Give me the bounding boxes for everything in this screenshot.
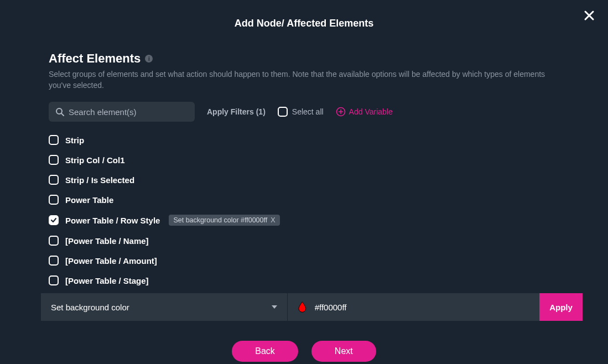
apply-filters-link[interactable]: Apply Filters (1): [207, 107, 266, 116]
element-checkbox[interactable]: [49, 135, 59, 145]
element-checkbox[interactable]: [49, 236, 59, 246]
element-label: Strip Col / Col1: [65, 155, 125, 165]
element-list-row: Strip: [49, 135, 559, 145]
element-list-row: [Power Table / Amount]: [49, 256, 559, 266]
element-list-row: [Power Table / Stage]: [49, 275, 559, 285]
tag-remove-icon[interactable]: X: [271, 216, 275, 224]
element-action-tag: Set background color #ff0000ffX: [169, 215, 279, 226]
plus-circle-icon: [336, 107, 346, 117]
action-select-label: Set background color: [51, 303, 129, 312]
element-checkbox[interactable]: [49, 195, 59, 205]
next-button[interactable]: Next: [311, 341, 376, 362]
element-label: [Power Table / Name]: [65, 236, 149, 246]
tag-text: Set background color #ff0000ff: [173, 216, 267, 224]
drop-icon: [298, 301, 307, 313]
element-list-row: Strip Col / Col1: [49, 155, 559, 165]
section-description: Select groups of elements and set what a…: [49, 69, 559, 91]
element-list-row: Strip / Is Selected: [49, 175, 559, 185]
close-button[interactable]: [584, 10, 595, 23]
search-field[interactable]: [49, 102, 195, 122]
action-select[interactable]: Set background color: [41, 293, 288, 321]
section-title: Affect Elements: [49, 51, 141, 66]
element-label: Strip / Is Selected: [65, 175, 134, 185]
element-checkbox[interactable]: [49, 256, 59, 266]
element-label: Strip: [65, 136, 84, 145]
search-icon: [55, 107, 64, 116]
element-list-row: Power Table: [49, 195, 559, 205]
apply-button[interactable]: Apply: [539, 293, 583, 321]
element-label: Power Table / Row Style: [65, 216, 160, 225]
element-list-row: Power Table / Row StyleSet background co…: [49, 215, 559, 226]
check-icon: [50, 217, 57, 223]
svg-line-1: [61, 113, 64, 116]
select-all-checkbox[interactable]: [278, 107, 288, 117]
select-all-toggle[interactable]: Select all: [278, 107, 324, 117]
element-checkbox[interactable]: [49, 155, 59, 165]
chevron-down-icon: [272, 305, 277, 309]
add-variable-label: Add Variable: [349, 107, 393, 116]
element-checkbox[interactable]: [49, 215, 59, 225]
element-label: Power Table: [65, 195, 113, 205]
close-icon: [584, 10, 595, 21]
element-checkbox[interactable]: [49, 275, 59, 285]
element-list-row: [Power Table / Name]: [49, 236, 559, 246]
color-input-field[interactable]: [288, 293, 539, 321]
color-value-input[interactable]: [315, 303, 529, 312]
element-label: [Power Table / Amount]: [65, 256, 157, 266]
info-icon[interactable]: i: [145, 55, 153, 63]
element-label: [Power Table / Stage]: [65, 276, 149, 285]
element-checkbox[interactable]: [49, 175, 59, 185]
add-variable-button[interactable]: Add Variable: [336, 107, 393, 117]
select-all-label: Select all: [292, 107, 324, 116]
dialog-title: Add Node/ Affected Elements: [0, 0, 608, 29]
search-input[interactable]: [69, 107, 188, 117]
back-button[interactable]: Back: [232, 341, 298, 362]
